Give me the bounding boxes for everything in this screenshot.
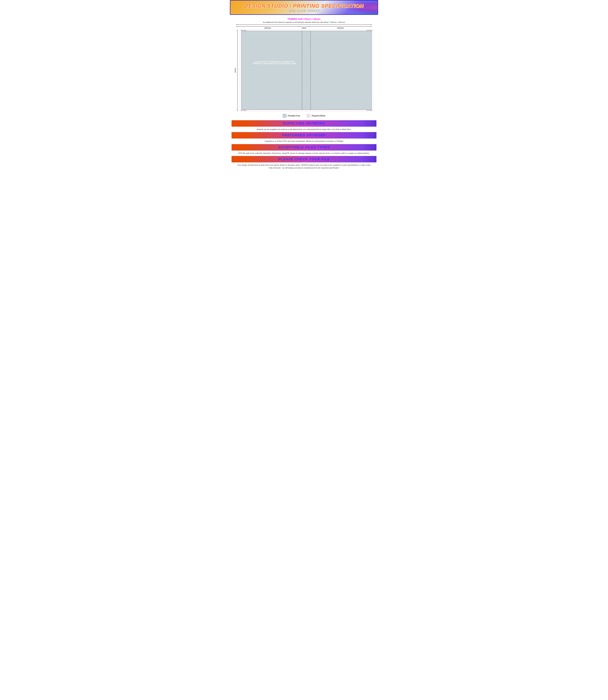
- header-banner: DESIGN STUDIO / PRINTING SPECIFICATION D…: [230, 0, 378, 15]
- preferred-artwork-body: Supplied as a Hi-Res PDF with fonts embe…: [231, 138, 377, 144]
- dim-left: 129.5mm: [264, 27, 271, 29]
- acceptable-files-header: ACCEPTABLE FILES TYPES: [231, 144, 377, 151]
- sub-dim-row: ◄ ► 129.5mm ◄ ► 14mm ◄ ► 129.5mm: [235, 26, 373, 29]
- height-label: 183mm: [234, 68, 236, 73]
- spine-line-left: [302, 31, 302, 110]
- dim-center: 14mm: [302, 27, 306, 29]
- acceptable-files-body: EPS file (with fonts outlined), Illustra…: [231, 151, 377, 156]
- supplying-artwork-body: Artwork can be supplied via email as a p…: [231, 127, 377, 132]
- info-sections: SUPPLYING ARTWORK Artwork can be supplie…: [231, 120, 377, 171]
- check-file-section: PLEASE CHECK YOUR FILE Your design shoul…: [231, 156, 377, 171]
- banner-subtitle: DVD CASE INSERT: [288, 9, 320, 12]
- banner-title: DESIGN STUDIO / PRINTING SPECIFICATION: [244, 3, 364, 9]
- supplying-artwork-header: SUPPLYING ARTWORK: [231, 120, 377, 127]
- bleed-border: 4mm Bleed 4mm Bleed 4mm Bleed 4mm Bleed …: [240, 29, 373, 111]
- check-file-body: Your design should have at least 4mm ove…: [231, 163, 377, 171]
- vertical-dim: ▲ 183mm ▼: [235, 29, 240, 111]
- printable-area: PLEASE KEEP TEXT/IMPORTANT INFORMATION A…: [241, 31, 372, 110]
- supplying-artwork-section: SUPPLYING ARTWORK Artwork can be supplie…: [231, 120, 377, 132]
- legend-box-bleed: [307, 114, 310, 118]
- check-file-header: PLEASE CHECK YOUR FILE: [231, 156, 377, 163]
- legend-printable-label: Printable Area: [288, 115, 300, 117]
- dim-right: 129.5mm: [337, 27, 344, 29]
- preferred-artwork-header: PREFERRED ARTWORK: [231, 132, 377, 138]
- diagram-container: ◄ ► ◄ ► 129.5mm ◄ ► 14mm ◄: [230, 24, 378, 111]
- safe-zone-text: PLEASE KEEP TEXT/IMPORTANT INFORMATION A…: [252, 61, 298, 64]
- acceptable-files-section: ACCEPTABLE FILES TYPES EPS file (with fo…: [231, 144, 377, 156]
- legend-bleed-label: Required Bleed: [311, 115, 325, 117]
- preferred-artwork-section: PREFERRED ARTWORK Supplied as a Hi-Res P…: [231, 132, 377, 144]
- bleed-label-bottom-right: 4mm Bleed: [366, 110, 372, 111]
- bleed-note: An additional 4mm bleed is required on a…: [230, 21, 378, 23]
- spine-line-right: [310, 31, 311, 110]
- legend: Printable Area Required Bleed: [230, 114, 378, 118]
- bleed-label-bottom-left: 4mm Bleed: [241, 110, 246, 111]
- trimmed-size-label: TRIMMED SIZE 273mm x 183mm: [230, 18, 378, 20]
- legend-printable: Printable Area: [283, 114, 300, 118]
- diagram-wrapper: ▲ 183mm ▼ 4mm Bleed 4mm Bleed 4mm Bleed …: [235, 29, 373, 111]
- outer-dim-row: ◄ ►: [235, 24, 373, 25]
- legend-box-printable: [283, 114, 286, 118]
- legend-bleed: Required Bleed: [307, 114, 325, 118]
